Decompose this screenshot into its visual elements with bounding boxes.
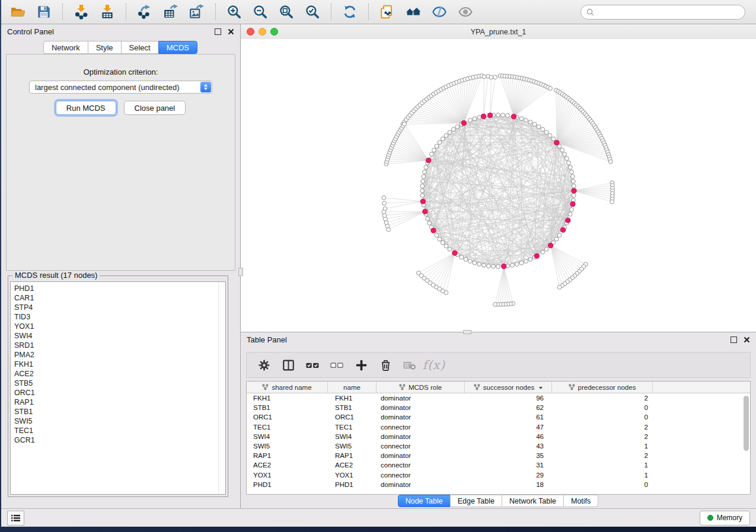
export-network-button[interactable] [133, 2, 157, 22]
mcds-result-item[interactable]: FKH1 [14, 360, 225, 369]
table-cell: SWI5 [247, 443, 328, 450]
mcds-result-item[interactable]: SRD1 [14, 341, 225, 350]
tab-select[interactable]: Select [121, 41, 159, 54]
horizontal-splitter-handle[interactable] [463, 330, 471, 334]
import-network-button[interactable] [69, 2, 93, 22]
table-cell: YOX1 [247, 472, 328, 479]
zoom-selected-button[interactable] [301, 2, 324, 22]
gear-button[interactable] [254, 355, 273, 374]
table-scrollbar[interactable] [744, 396, 749, 451]
table-row[interactable]: ACE2ACE2connector311 [247, 460, 750, 470]
mcds-result-item[interactable]: GCR1 [14, 435, 225, 445]
column-header-name[interactable]: name [328, 382, 377, 393]
table-toolbar: f(x) [246, 352, 751, 378]
window-zoom-light[interactable] [270, 28, 278, 36]
mcds-result-item[interactable]: CAR1 [14, 293, 225, 303]
mcds-result-item[interactable]: PMA2 [14, 350, 225, 360]
table-cell: STB1 [328, 404, 377, 411]
hide-panel-button[interactable] [428, 2, 451, 22]
table-row[interactable]: STB1STB1dominator620 [247, 403, 750, 412]
mcds-list-scrollbar[interactable] [218, 282, 225, 494]
table-cell: FKH1 [247, 395, 328, 402]
mcds-result-item[interactable]: STB5 [14, 379, 225, 388]
network-canvas[interactable] [241, 39, 756, 332]
mcds-result-item[interactable]: TID3 [14, 312, 225, 322]
run-mcds-button[interactable]: Run MCDS [56, 101, 116, 115]
table-row[interactable]: RAP1RAP1dominator352 [247, 451, 750, 460]
table-cell: ACE2 [328, 462, 377, 469]
optimization-criterion-select[interactable]: largest connected component (undirected) [29, 81, 212, 94]
table-row[interactable]: SWI5SWI5connector431 [247, 441, 750, 451]
tab-edge-table[interactable]: Edge Table [450, 495, 502, 507]
memory-button[interactable]: Memory [700, 511, 750, 525]
table-row[interactable]: SWI4SWI4dominator462 [247, 432, 750, 441]
table-cell: SWI4 [247, 433, 328, 440]
mcds-result-item[interactable]: SWI5 [14, 416, 225, 426]
table-row[interactable]: TEC1TEC1connector472 [247, 422, 750, 432]
mcds-result-item[interactable]: STB1 [14, 407, 225, 416]
mcds-result-item[interactable]: ORC1 [14, 388, 225, 398]
search-input[interactable] [598, 8, 739, 17]
table-cell: dominator [377, 414, 465, 421]
column-header-predecessor-nodes[interactable]: predecessor nodes [552, 382, 653, 393]
table-cell: STB1 [247, 404, 328, 411]
network-graph[interactable] [241, 39, 756, 332]
zoom-out-button[interactable] [248, 2, 272, 22]
column-header-successor-nodes[interactable]: successor nodes [465, 382, 552, 393]
network-window-title: YPA_prune.txt_1 [241, 28, 756, 36]
mcds-result-item[interactable]: RAP1 [14, 398, 225, 407]
float-panel-icon[interactable] [215, 28, 221, 35]
mcds-result-item[interactable]: YOX1 [14, 322, 225, 331]
show-hide-graphics-button[interactable] [454, 2, 477, 22]
zoom-fit-button[interactable] [275, 2, 298, 22]
table-row[interactable]: ORC1ORC1dominator610 [247, 412, 750, 422]
save-session-button[interactable] [32, 2, 56, 22]
import-table-button[interactable] [95, 2, 119, 22]
select-all-button[interactable] [303, 355, 322, 374]
mcds-result-item[interactable]: PHD1 [14, 284, 225, 293]
table-row[interactable]: YOX1YOX1connector291 [247, 470, 750, 480]
table-row[interactable]: PHD1PHD1dominator180 [247, 480, 750, 489]
tab-node-table[interactable]: Node Table [398, 495, 451, 507]
clear-table-button [400, 355, 419, 374]
mcds-result-item[interactable]: ACE2 [14, 369, 225, 379]
tab-style[interactable]: Style [88, 41, 122, 54]
vertical-splitter-handle[interactable] [238, 268, 243, 276]
open-file-button[interactable] [6, 2, 30, 22]
mcds-result-item[interactable]: TEC1 [14, 426, 225, 435]
open-file-icon [10, 4, 25, 20]
deselect-all-button[interactable] [327, 355, 346, 374]
mcds-result-item[interactable]: SWI4 [14, 331, 225, 341]
add-button[interactable] [352, 355, 371, 374]
window-close-light[interactable] [247, 28, 254, 36]
table-cell: dominator [377, 452, 465, 459]
deselect-all-icon [329, 358, 344, 372]
tab-network[interactable]: Network [43, 41, 88, 54]
column-header-mcds-role[interactable]: MCDS role [377, 382, 465, 393]
delete-button[interactable] [376, 355, 395, 374]
tab-mcds[interactable]: MCDS [158, 41, 197, 54]
export-image-button[interactable] [185, 2, 209, 22]
close-panel-button[interactable]: Close panel [124, 101, 186, 115]
column-header-shared-name[interactable]: shared name [247, 382, 328, 393]
window-minimize-light[interactable] [259, 28, 266, 36]
show-panels-button[interactable] [7, 511, 24, 525]
close-table-panel-icon[interactable] [744, 336, 750, 343]
table-cell: 47 [465, 424, 552, 431]
refresh-layout-button[interactable] [338, 2, 362, 22]
clone-network-button[interactable] [375, 2, 399, 22]
table-cell: PHD1 [247, 481, 328, 488]
export-table-button[interactable] [159, 2, 183, 22]
mcds-result-item[interactable]: STP4 [14, 303, 225, 312]
list-icon [11, 514, 20, 522]
tab-motifs[interactable]: Motifs [563, 495, 598, 507]
toolbar-separator [215, 4, 216, 20]
float-table-panel-icon[interactable] [731, 336, 737, 343]
table-row[interactable]: FKH1FKH1dominator962 [247, 393, 750, 403]
zoom-in-button[interactable] [222, 2, 246, 22]
columns-button[interactable] [279, 355, 298, 374]
close-panel-icon[interactable] [228, 28, 234, 35]
tab-network-table[interactable]: Network Table [502, 495, 564, 507]
network-overview-button[interactable] [401, 2, 425, 22]
control-panel-title: Control Panel [7, 27, 54, 36]
